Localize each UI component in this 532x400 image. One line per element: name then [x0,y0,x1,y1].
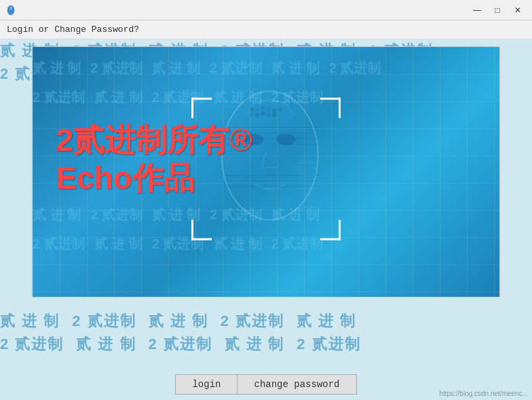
site-watermark: https://blog.csdn.net/meenc... [439,390,528,397]
wm-text: 贰 进 制 [225,337,284,352]
wm-row-4: 2 贰进制 贰 进 制 2 贰进制 贰 进 制 2 贰进制 [0,333,532,356]
bracket-br [320,220,341,240]
minimize-button[interactable]: — [468,4,486,16]
face-scan-image: 贰 进 制 2 贰进制 贰 进 制 2 贰进制 贰 进 制 2 贰进制 2 贰进… [32,46,500,297]
close-button[interactable]: ✕ [509,4,527,16]
change-password-button[interactable]: change password [237,374,356,395]
wm-text: 贰 进 制 [149,314,208,329]
main-content: 贰 进 制 2 贰进制 贰 进 制 2 贰进制 贰 进 制 2 贰进制 2 贰进… [0,39,532,400]
wm-text: 贰 进 制 [76,337,136,352]
wm-text: 贰 进 制 [0,314,60,329]
menu-title: Login or Change Password? [7,24,139,35]
wm-text: 贰 进 制 [297,314,356,329]
wm-text: 2 贰进制 [0,337,64,352]
wm-text: 2 贰进制 [297,337,360,352]
wm-text: 2 贰进制 [149,337,212,352]
maximize-button[interactable]: □ [489,4,506,16]
face-scan-image-area: 贰 进 制 2 贰进制 贰 进 制 2 贰进制 贰 进 制 2 贰进制 2 贰进… [32,46,500,297]
image-overlay-text: 2贰进制所有® Echo作品 [56,122,252,196]
menu-bar: Login or Change Password? [0,20,532,39]
wm-text: 2 贰进制 [221,314,284,329]
bracket-tr [320,98,341,118]
title-bar: — □ ✕ [0,0,532,20]
bracket-tl [191,98,212,118]
app-icon [5,5,16,16]
svg-text:35 MAG ANTE BAR: 35 MAG ANTE BAR [230,247,270,252]
title-bar-controls: — □ ✕ [468,4,527,16]
overlay-line1: 2贰进制所有® [56,122,252,159]
wm-text: 2 贰进制 [72,314,136,329]
svg-point-1 [10,6,12,10]
overlay-line2: Echo作品 [56,160,252,197]
bracket-bl [191,220,212,240]
title-bar-left [5,5,16,16]
login-button[interactable]: login [175,374,237,395]
wm-row-3: 贰 进 制 2 贰进制 贰 进 制 2 贰进制 贰 进 制 [0,310,532,333]
svg-text:TF YOU HOLD OUT: TF YOU HOLD OUT [230,240,270,245]
